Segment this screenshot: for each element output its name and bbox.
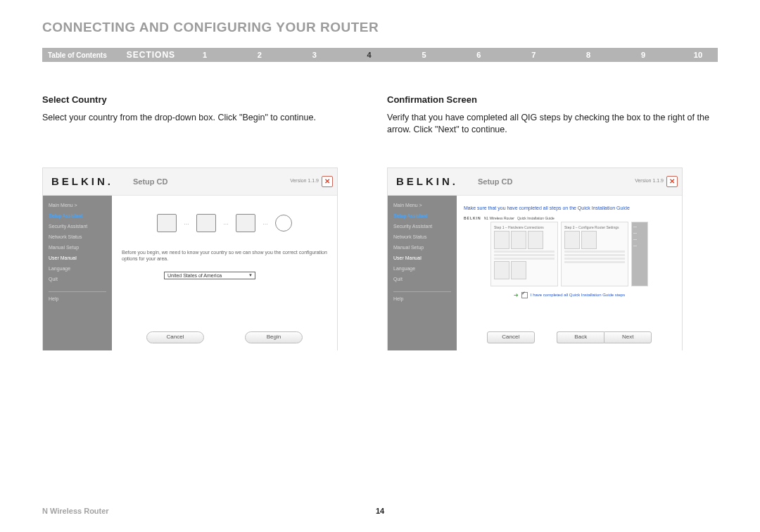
qig-card-2: Step 2 – Configure Router Settings	[561, 222, 628, 286]
connection-illustration: … … …	[119, 207, 330, 239]
modem-icon	[236, 214, 255, 232]
sidebar-security-assistant[interactable]: Security Assistant	[49, 224, 112, 229]
close-icon[interactable]: ✕	[322, 176, 333, 187]
back-button[interactable]: Back	[557, 331, 604, 343]
sidebar-divider	[49, 291, 106, 292]
dots-icon: …	[184, 220, 189, 226]
sidebar: Main Menu > Setup Assistant Security Ass…	[388, 196, 457, 350]
sidebar-manual-setup[interactable]: Manual Setup	[49, 245, 112, 250]
sidebar-main-menu[interactable]: Main Menu >	[393, 203, 457, 208]
section-2[interactable]: 2	[250, 51, 270, 59]
section-9[interactable]: 9	[633, 51, 653, 59]
next-button[interactable]: Next	[604, 331, 652, 343]
setup-cd-label: Setup CD	[478, 177, 513, 186]
intro-message: Before you begin, we need to know your c…	[122, 249, 327, 262]
nav-bar: Table of Contents SECTIONS 1 2 3 4 5 6 7…	[42, 48, 718, 62]
sidebar-security-assistant[interactable]: Security Assistant	[393, 224, 457, 229]
close-icon[interactable]: ✕	[666, 176, 678, 187]
sidebar-language[interactable]: Language	[49, 266, 112, 271]
column-left: Select Country Select your country from …	[42, 94, 373, 350]
completed-row: ➔ I have completed all Quick Installatio…	[464, 292, 675, 298]
brand-logo: BELKIN	[43, 175, 129, 187]
qig-strip: ————	[631, 222, 648, 286]
page-title: CONNECTING AND CONFIGURING YOUR ROUTER	[42, 20, 718, 35]
section-4[interactable]: 4	[360, 51, 379, 59]
version-text: Version 1.1.9	[635, 178, 664, 183]
section-6[interactable]: 6	[469, 51, 488, 59]
computer-icon	[157, 214, 177, 232]
cancel-button[interactable]: Cancel	[487, 331, 535, 343]
qig-cards: Step 1 – Hardware Connections Step 2 – C…	[464, 222, 675, 286]
sidebar-setup-assistant[interactable]: Setup Assistant	[393, 213, 457, 218]
section-8[interactable]: 8	[578, 51, 598, 59]
page-footer: N Wireless Router 14	[42, 507, 718, 515]
sidebar-manual-setup[interactable]: Manual Setup	[393, 245, 457, 250]
section-numbers: 1 2 3 4 5 6 7 8 9 10	[195, 51, 718, 59]
dots-icon: …	[223, 220, 229, 226]
section-1[interactable]: 1	[195, 51, 215, 59]
content-pane: … … … Before you begin, we need to know …	[112, 196, 337, 350]
sidebar-help[interactable]: Help	[49, 296, 112, 301]
setup-cd-label: Setup CD	[133, 177, 168, 186]
sidebar-main-menu[interactable]: Main Menu >	[49, 203, 112, 208]
section-10[interactable]: 10	[688, 51, 708, 59]
completed-checkbox[interactable]	[521, 292, 528, 298]
sidebar-user-manual[interactable]: User Manual	[393, 255, 457, 260]
begin-button[interactable]: Begin	[245, 331, 303, 343]
router-icon	[196, 214, 216, 232]
cancel-button[interactable]: Cancel	[146, 331, 204, 343]
sidebar-language[interactable]: Language	[393, 266, 457, 271]
window-header: BELKIN Setup CD Version 1.1.9 ✕	[388, 168, 682, 196]
brand-logo: BELKIN	[388, 175, 474, 187]
qig-doc-title: Quick Installation Guide	[517, 216, 555, 220]
version-text: Version 1.1.9	[290, 178, 319, 183]
sidebar-user-manual[interactable]: User Manual	[49, 255, 112, 260]
sidebar-setup-assistant[interactable]: Setup Assistant	[49, 213, 112, 218]
sidebar-network-status[interactable]: Network Status	[49, 234, 112, 239]
sidebar: Main Menu > Setup Assistant Security Ass…	[43, 196, 112, 350]
sidebar-divider	[393, 291, 451, 292]
qig-card-1: Step 1 – Hardware Connections	[490, 222, 558, 286]
screenshot-confirmation: BELKIN Setup CD Version 1.1.9 ✕ Main Men…	[387, 167, 683, 350]
completed-label: I have completed all Quick Installation …	[531, 293, 625, 297]
sections-label: SECTIONS	[114, 50, 195, 60]
window-header: BELKIN Setup CD Version 1.1.9 ✕	[43, 168, 337, 196]
left-desc: Select your country from the drop-down b…	[42, 112, 373, 124]
sidebar-network-status[interactable]: Network Status	[393, 234, 457, 239]
qig-header: BELKIN N1 Wireless Router Quick Installa…	[464, 216, 675, 220]
qig-brand: BELKIN	[464, 216, 481, 220]
right-desc: Verify that you have completed all QIG s…	[387, 112, 718, 136]
column-right: Confirmation Screen Verify that you have…	[387, 94, 718, 350]
arrow-icon: ➔	[514, 292, 519, 298]
content-pane: Make sure that you have completed all st…	[457, 196, 682, 350]
qig-card-heading: Step 2 – Configure Router Settings	[564, 225, 625, 229]
section-7[interactable]: 7	[524, 51, 543, 59]
section-3[interactable]: 3	[305, 51, 324, 59]
qig-card-heading: Step 1 – Hardware Connections	[494, 225, 555, 229]
screenshot-select-country: BELKIN Setup CD Version 1.1.9 ✕ Main Men…	[42, 167, 338, 350]
dots-icon: …	[262, 220, 268, 226]
toc-link[interactable]: Table of Contents	[42, 51, 114, 59]
product-name: N Wireless Router	[42, 507, 109, 515]
globe-icon	[275, 215, 292, 232]
qig-product: N1 Wireless Router	[484, 216, 514, 220]
left-heading: Select Country	[42, 94, 373, 105]
sidebar-quit[interactable]: Quit	[49, 277, 112, 281]
sidebar-quit[interactable]: Quit	[393, 277, 457, 281]
country-dropdown[interactable]: United States of America	[164, 272, 255, 279]
sidebar-help[interactable]: Help	[393, 296, 457, 301]
confirmation-note: Make sure that you have completed all st…	[464, 205, 675, 210]
section-5[interactable]: 5	[414, 51, 434, 59]
right-heading: Confirmation Screen	[387, 94, 718, 105]
page-number: 14	[376, 507, 384, 515]
